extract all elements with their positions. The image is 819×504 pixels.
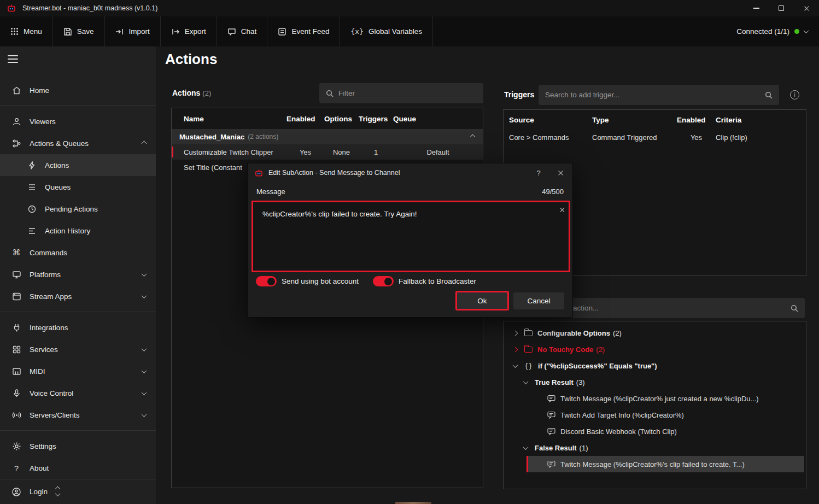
tree-item-twitch-add-target-info[interactable]: Twitch Add Target Info (%clipCreator%)	[504, 407, 806, 423]
tree-item-twitch-message-selected[interactable]: Twitch Message (%clipCreator%'s clip fai…	[526, 456, 804, 472]
stream-apps-icon	[11, 291, 21, 301]
fallback-broadcaster-toggle[interactable]	[373, 276, 394, 286]
tree-item-true-result[interactable]: True Result (3)	[504, 374, 806, 390]
folder-icon	[524, 330, 533, 336]
message-row: Message 49/500	[256, 187, 564, 196]
chat-button[interactable]: Chat	[217, 16, 268, 46]
tree-item-label: No Touchy Code	[537, 345, 593, 354]
connection-status-dot	[794, 29, 799, 34]
sidebar-item-about[interactable]: ? About	[0, 457, 156, 479]
tree-item-false-result[interactable]: False Result (1)	[504, 439, 806, 456]
chat-icon	[227, 27, 236, 36]
connection-status[interactable]: Connected (1/1)	[736, 16, 819, 46]
column-triggers: Triggers	[359, 115, 393, 123]
sidebar-item-settings[interactable]: Settings	[0, 435, 156, 457]
tree-item-no-touchy-code[interactable]: No Touchy Code (2)	[504, 341, 806, 358]
send-bot-account-toggle[interactable]	[256, 276, 277, 286]
event-feed-button[interactable]: Event Feed	[267, 16, 340, 46]
ok-button[interactable]: Ok	[455, 291, 509, 310]
sidebar-item-actions[interactable]: Actions	[0, 154, 156, 176]
chevron-right-icon	[513, 347, 518, 352]
tree-item-if-condition[interactable]: {} if ("%clipSuccess%" Equals "true")	[504, 358, 806, 374]
help-button[interactable]: ?	[529, 163, 548, 182]
global-variables-label: Global Variables	[368, 27, 422, 36]
sidebar-item-queues[interactable]: Queues	[0, 176, 156, 198]
info-icon[interactable]: i	[790, 90, 799, 99]
import-label: Import	[129, 27, 150, 36]
global-variables-button[interactable]: {x} Global Variables	[340, 16, 433, 46]
sidebar-item-servers-clients[interactable]: Servers/Clients	[0, 404, 156, 426]
import-button[interactable]: Import	[105, 16, 161, 46]
search-icon	[791, 304, 798, 312]
sidebar-item-label: Pending Actions	[45, 205, 146, 213]
window-title: Streamer.bot - maniac_b0t madness (v1.0.…	[22, 4, 157, 12]
sidebar-item-midi[interactable]: MIDI	[0, 360, 156, 382]
export-button[interactable]: Export	[161, 16, 217, 46]
sidebar-item-label: Stream Apps	[30, 292, 134, 301]
chevron-up-icon	[470, 134, 476, 139]
chevron-down-icon	[142, 368, 147, 373]
window-controls	[744, 0, 819, 16]
column-type: Type	[592, 116, 677, 124]
voice-control-icon	[11, 388, 21, 398]
triggers-table-header: Source Type Enabled Criteria	[504, 110, 806, 130]
sidebar-item-login[interactable]: Login	[0, 479, 156, 504]
titlebar: Streamer.bot - maniac_b0t madness (v1.0.…	[0, 0, 819, 16]
tree-item-configurable-options[interactable]: Configurable Options (2)	[504, 325, 806, 341]
action-options: None	[324, 148, 359, 156]
chevron-down-icon	[142, 412, 147, 417]
trigger-row[interactable]: Core > Commands Command Triggered Yes Cl…	[504, 130, 806, 145]
sidebar-item-viewers[interactable]: Viewers	[0, 110, 156, 132]
export-icon	[171, 27, 180, 36]
sidebar-item-label: Queues	[45, 183, 146, 191]
tree-item-twitch-message[interactable]: Twitch Message (%clipCreator% just creat…	[504, 390, 806, 407]
midi-icon	[11, 366, 21, 376]
dialog-close-button[interactable]	[548, 163, 572, 182]
sidebar-item-pending-actions[interactable]: Pending Actions	[0, 198, 156, 220]
save-button[interactable]: Save	[53, 16, 105, 46]
login-label: Login	[30, 488, 48, 496]
subactions-tree: Configurable Options (2) No Touchy Code …	[503, 321, 806, 489]
actions-table-header: Name Enabled Options Triggers Queue	[172, 108, 483, 129]
sidebar-divider	[0, 430, 156, 431]
message-textarea[interactable]: %clipCreator%'s clip failed to create. T…	[251, 201, 570, 272]
connection-label: Connected (1/1)	[736, 27, 789, 36]
close-icon	[804, 5, 810, 11]
column-queue: Queue	[393, 115, 483, 123]
sidebar-item-voice-control[interactable]: Voice Control	[0, 382, 156, 404]
sidebar-item-services[interactable]: Services	[0, 338, 156, 360]
chevron-down-icon	[142, 293, 147, 298]
sidebar-item-stream-apps[interactable]: Stream Apps	[0, 285, 156, 307]
action-triggers: 1	[359, 148, 393, 156]
sidebar-divider	[0, 106, 156, 106]
sidebar-item-home[interactable]: Home	[0, 79, 156, 101]
actions-filter	[319, 83, 483, 103]
action-row[interactable]: Customizable Twitch Clipper Yes None 1 D…	[172, 144, 483, 160]
chevron-up-icon	[142, 140, 147, 146]
sidebar-item-platforms[interactable]: Platforms	[0, 263, 156, 285]
app-logo-icon	[7, 4, 16, 13]
tree-item-count: (1)	[580, 444, 588, 452]
sidebar-item-integrations[interactable]: Integrations	[0, 317, 156, 338]
close-button[interactable]	[794, 0, 819, 16]
sidebar-item-label: Action History	[45, 227, 146, 235]
trigger-search-input[interactable]	[545, 91, 760, 99]
chat-label: Chat	[241, 27, 257, 36]
sidebar-item-label: Settings	[30, 442, 146, 450]
maximize-button[interactable]	[769, 0, 794, 16]
sidebar-item-commands[interactable]: ⌘ Commands	[0, 242, 156, 263]
event-feed-label: Event Feed	[291, 27, 329, 36]
edit-subaction-dialog: Edit SubAction - Send Message to Channel…	[247, 163, 573, 318]
sidebar-item-actions-queues[interactable]: Actions & Queues	[0, 132, 156, 154]
column-name: Name	[184, 115, 286, 123]
cancel-button[interactable]: Cancel	[513, 292, 564, 309]
action-group-header[interactable]: Mustached_Maniac (2 actions)	[172, 129, 483, 144]
actions-filter-input[interactable]	[338, 89, 477, 97]
tree-item-discord-webhook[interactable]: Discord Basic Webhook (Twitch Clip)	[504, 423, 806, 439]
event-feed-icon	[278, 27, 286, 36]
sidebar-collapse-button[interactable]	[8, 53, 18, 65]
minimize-button[interactable]	[744, 0, 769, 16]
action-group-name: Mustached_Maniac	[179, 133, 244, 141]
menu-button[interactable]: Menu	[0, 16, 53, 46]
sidebar-item-action-history[interactable]: Action History	[0, 220, 156, 242]
